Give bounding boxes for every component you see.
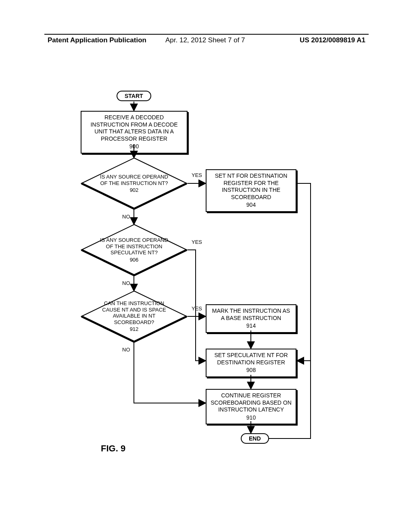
decision-906-text: IS ANY SOURCE OPERAND OF THE INSTRUCTION… (100, 237, 168, 256)
block-900-ref: 900 (85, 143, 184, 150)
block-904-text: SET NT FOR DESTINATION REGISTER FOR THE … (215, 172, 288, 200)
label-no-906: NO (122, 280, 130, 286)
decision-906-ref: 906 (97, 257, 171, 263)
block-904-ref: 904 (210, 202, 292, 209)
label-yes-906: YES (192, 239, 202, 245)
page: Patent Application Publication Apr. 12, … (0, 0, 413, 532)
decision-902-ref: 902 (97, 187, 171, 193)
decision-912: CAN THE INSTRUCTION CAUSE NT AND IS SPAC… (81, 290, 188, 343)
block-910-text: CONTINUE REGISTER SCOREBOARDING BASED ON… (211, 392, 292, 413)
block-900: RECEIVE A DECODED INSTRUCTION FROM A DEC… (81, 111, 188, 154)
label-yes-912: YES (192, 305, 202, 312)
label-no-902: NO (122, 214, 130, 220)
block-914: MARK THE INSTRUCTION AS A BASE INSTRUCTI… (206, 304, 296, 333)
label-no-912: NO (122, 347, 130, 353)
block-908-text: SET SPECULATIVE NT FOR DESTINATION REGIS… (214, 352, 288, 366)
header-center: Apr. 12, 2012 Sheet 7 of 7 (165, 36, 245, 44)
header-left: Patent Application Publication (48, 36, 146, 44)
start-terminator: START (117, 91, 151, 101)
decision-902-text: IS ANY SOURCE OPERAND OF THE INSTRUCTION… (100, 174, 168, 186)
block-910: CONTINUE REGISTER SCOREBOARDING BASED ON… (206, 389, 296, 424)
end-terminator: END (241, 433, 269, 444)
block-908: SET SPECULATIVE NT FOR DESTINATION REGIS… (206, 349, 296, 377)
label-yes-902: YES (192, 172, 202, 178)
decision-906: IS ANY SOURCE OPERAND OF THE INSTRUCTION… (81, 224, 188, 276)
flow-arrows (0, 0, 413, 532)
block-914-text: MARK THE INSTRUCTION AS A BASE INSTRUCTI… (212, 308, 290, 321)
block-910-ref: 910 (210, 414, 292, 422)
decision-902: IS ANY SOURCE OPERAND OF THE INSTRUCTION… (81, 157, 188, 210)
block-914-ref: 914 (210, 322, 292, 330)
block-900-text: RECEIVE A DECODED INSTRUCTION FROM A DEC… (90, 114, 177, 142)
figure-label: FIG. 9 (101, 443, 125, 454)
block-904: SET NT FOR DESTINATION REGISTER FOR THE … (206, 169, 296, 212)
header-rule (44, 34, 369, 35)
decision-912-text: CAN THE INSTRUCTION CAUSE NT AND IS SPAC… (102, 300, 166, 325)
decision-912-ref: 912 (97, 326, 171, 332)
header-right: US 2012/0089819 A1 (300, 36, 365, 44)
block-908-ref: 908 (210, 367, 292, 374)
